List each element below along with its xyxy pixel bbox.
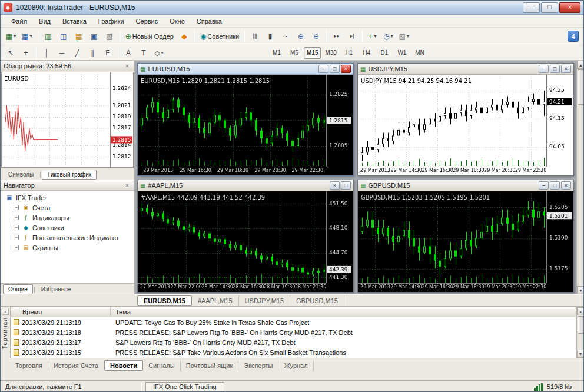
menu-file[interactable]: Файл bbox=[5, 15, 33, 28]
tree-item-indicators[interactable]: + ƒ Индикаторы bbox=[1, 212, 134, 222]
zoom-in-button[interactable]: ⊕ bbox=[294, 29, 308, 44]
chart-restore-button[interactable]: □ bbox=[550, 181, 560, 190]
scrollbar-thumb[interactable] bbox=[578, 69, 584, 105]
tree-item-accounts[interactable]: + ◉ Счета bbox=[1, 202, 134, 212]
tab-symbols[interactable]: Символы bbox=[3, 170, 39, 180]
market-watch-header[interactable]: Обзор рынка: 23:59:56 × bbox=[1, 61, 134, 71]
window-minimize-button[interactable]: – bbox=[523, 2, 540, 13]
window-titlebar[interactable]: ◆ 1020890: InstaTrader - EURUSD,M15 – □ … bbox=[1, 1, 583, 15]
terminal-scrollbar[interactable]: ▲ ▼ bbox=[576, 307, 584, 358]
news-row[interactable]: 2013/03/29 21:13:18 PRESS RELEASE: S&P L… bbox=[11, 327, 576, 337]
window-close-button[interactable]: × bbox=[559, 2, 580, 13]
scroll-up-icon[interactable]: ▲ bbox=[577, 61, 584, 69]
tree-item-ifx-trader[interactable]: ▣ IFX Trader bbox=[1, 192, 134, 202]
zoom-out-button[interactable]: ⊖ bbox=[309, 29, 323, 44]
terminal-button[interactable]: ▣ bbox=[87, 29, 101, 44]
chart-canvas-gbpusd[interactable] bbox=[358, 191, 573, 292]
tab-experts[interactable]: Эксперты bbox=[238, 360, 278, 371]
menu-service[interactable]: Сервис bbox=[130, 15, 164, 28]
channel-button[interactable]: ∥ bbox=[85, 46, 99, 60]
chart-close-button[interactable]: × bbox=[561, 181, 571, 190]
chart-tab-aapl[interactable]: #AAPL,M15 bbox=[192, 295, 239, 306]
chart-window-titlebar[interactable]: ▦ USDJPY,M15 – □ × bbox=[358, 64, 573, 75]
metaeditor-button[interactable]: ◆ bbox=[177, 29, 191, 44]
chart-restore-button[interactable]: □ bbox=[330, 65, 340, 73]
fibonacci-button[interactable]: F bbox=[101, 46, 115, 60]
timeframe-button-m30[interactable]: M30 bbox=[322, 47, 339, 59]
candlestick-button[interactable]: ▮ bbox=[263, 29, 277, 44]
horizontal-line-button[interactable]: ─ bbox=[55, 46, 69, 60]
timeframe-button-w1[interactable]: W1 bbox=[394, 47, 410, 59]
indicators-button[interactable]: + ▾ bbox=[366, 29, 380, 44]
chart-canvas-usdjpy[interactable] bbox=[358, 75, 573, 175]
timeframe-button-h4[interactable]: H4 bbox=[359, 47, 375, 59]
expand-icon[interactable]: + bbox=[14, 225, 19, 230]
line-chart-button[interactable]: ~ bbox=[278, 29, 293, 44]
expand-icon[interactable]: + bbox=[14, 245, 19, 250]
bar-chart-button[interactable]: ||| bbox=[248, 29, 262, 44]
chart-tab-usdjpy[interactable]: USDJPY,M15 bbox=[239, 295, 290, 306]
crosshair-button[interactable]: + bbox=[19, 46, 33, 60]
templates-button[interactable]: ▨ ▾ bbox=[397, 29, 412, 44]
chart-shift-button[interactable]: ▸| bbox=[345, 29, 359, 44]
timeframe-button-m5[interactable]: M5 bbox=[286, 47, 303, 59]
tab-common[interactable]: Общие bbox=[3, 284, 33, 294]
chart-close-button[interactable]: × bbox=[561, 65, 571, 73]
menu-insert[interactable]: Вставка bbox=[57, 15, 92, 28]
timeframe-button-h1[interactable]: H1 bbox=[341, 47, 357, 59]
market-watch-button[interactable]: ▥ bbox=[41, 29, 55, 44]
tab-favorites[interactable]: Избранное bbox=[36, 284, 77, 294]
cursor-button[interactable]: ↖ bbox=[4, 46, 18, 60]
market-watch-close-button[interactable]: × bbox=[123, 62, 131, 69]
timeframe-button-m15[interactable]: M15 bbox=[304, 47, 321, 59]
chart-minimize-button[interactable]: – bbox=[539, 65, 549, 73]
tab-journal[interactable]: Журнал bbox=[278, 360, 313, 371]
chart-window-titlebar[interactable]: ▦ #AAPL,M15 – □ × bbox=[138, 180, 353, 191]
periods-button[interactable]: ◷ ▾ bbox=[381, 29, 396, 44]
trendline-button[interactable]: ╱ bbox=[70, 46, 84, 60]
chart-tab-eurusd[interactable]: EURUSD,M15 bbox=[137, 295, 192, 306]
window-maximize-button[interactable]: □ bbox=[541, 2, 558, 13]
navigator-button[interactable]: ▤ bbox=[72, 29, 86, 44]
scroll-up-icon[interactable]: ▲ bbox=[577, 307, 584, 315]
menu-window[interactable]: Окно bbox=[164, 15, 191, 28]
scroll-down-icon[interactable]: ▼ bbox=[577, 350, 584, 358]
news-row[interactable]: 2013/03/29 21:13:17 S&P Lowers Rtg To 'B… bbox=[11, 337, 576, 347]
menu-charts[interactable]: Графики bbox=[92, 15, 130, 28]
chart-restore-button[interactable]: □ bbox=[341, 181, 351, 190]
tab-trade[interactable]: Торговля bbox=[10, 360, 48, 371]
tick-chart-canvas[interactable] bbox=[1, 72, 134, 168]
data-window-button[interactable]: ◫ bbox=[57, 29, 71, 44]
timeframe-button-d1[interactable]: D1 bbox=[376, 47, 393, 59]
chart-window-titlebar[interactable]: ▦ GBPUSD,M15 – □ × bbox=[358, 180, 573, 191]
chart-close-button[interactable]: × bbox=[330, 181, 340, 190]
new-chart-button[interactable]: ▦ ▾ bbox=[4, 29, 18, 44]
tab-account-history[interactable]: История Счета bbox=[48, 360, 104, 371]
expand-icon[interactable]: + bbox=[14, 235, 19, 240]
tree-item-scripts[interactable]: + ▤ Скрипты bbox=[1, 242, 134, 253]
chart-minimize-button[interactable]: – bbox=[318, 65, 328, 73]
expand-icon[interactable]: + bbox=[14, 215, 19, 220]
news-row[interactable]: 2013/03/29 21:13:19 UPDATE: Tokyo Gas To… bbox=[11, 317, 576, 327]
tab-tick-chart[interactable]: Тиковый график bbox=[42, 170, 97, 180]
tree-item-custom-indicators[interactable]: + ƒ Пользовательские Индикато bbox=[1, 232, 134, 242]
tab-signals[interactable]: Сигналы bbox=[143, 360, 181, 371]
terminal-close-button[interactable]: × bbox=[2, 308, 9, 315]
timeframe-button-mn[interactable]: MN bbox=[412, 47, 428, 59]
scrollbar-thumb[interactable] bbox=[578, 316, 584, 334]
timeframe-button-m1[interactable]: M1 bbox=[268, 47, 285, 59]
chart-canvas-eurusd[interactable] bbox=[138, 75, 353, 175]
text-button[interactable]: A bbox=[121, 46, 135, 60]
tab-news[interactable]: Новости bbox=[104, 360, 143, 371]
menu-view[interactable]: Вид bbox=[33, 15, 57, 28]
strategy-tester-button[interactable]: ▧ bbox=[102, 29, 117, 44]
chart-tab-gbpusd[interactable]: GBPUSD,M15 bbox=[290, 295, 344, 306]
expand-icon[interactable]: + bbox=[14, 205, 19, 210]
new-order-button[interactable]: ⊕ Новый Ордер bbox=[123, 29, 176, 44]
navigator-header[interactable]: Навигатор × bbox=[1, 180, 134, 191]
shapes-button[interactable]: ◇ ▾ bbox=[152, 46, 166, 60]
scroll-down-icon[interactable]: ▼ bbox=[577, 286, 584, 294]
tree-item-advisors[interactable]: + ◆ Советники bbox=[1, 222, 134, 232]
chart-restore-button[interactable]: □ bbox=[550, 65, 560, 73]
chart-canvas-aapl[interactable] bbox=[138, 191, 353, 292]
